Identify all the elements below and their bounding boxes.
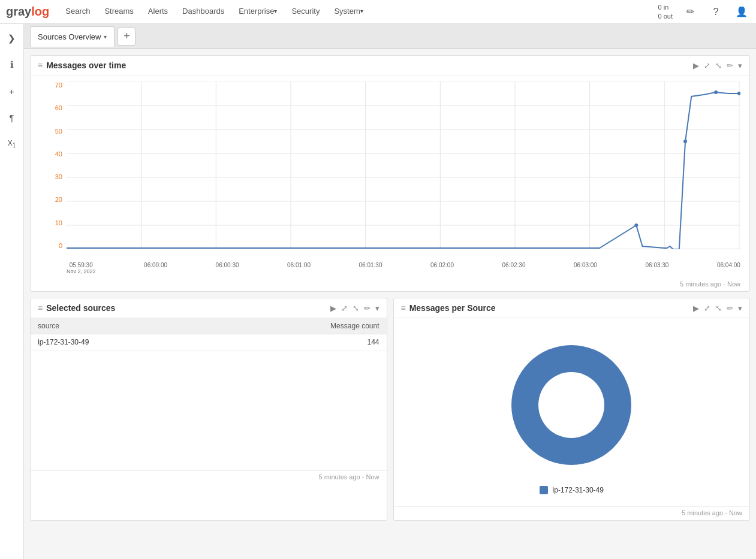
edit-icon[interactable]: ✏	[682, 4, 698, 20]
legend-label-0: ip-172-31-30-49	[553, 486, 604, 494]
plus-icon: +	[9, 86, 14, 96]
edit-widget-icon[interactable]: ✏	[727, 61, 733, 70]
widget-header-pie: ≡ Messages per Source ▶ ⤢ ⤡ ✏ ▾	[394, 298, 750, 318]
edit-icon-pie[interactable]: ✏	[727, 304, 733, 313]
widget-messages-over-time: ≡ Messages over time ▶ ⤢ ⤡ ✏ ▾ 70 60	[30, 55, 750, 292]
y-label-70: 70	[35, 81, 62, 89]
tab-sources-overview[interactable]: Sources Overview ▾	[30, 26, 115, 47]
x-axis-labels: 05:59:30 Nov 2, 2022 06:00:00 06:00:30 0…	[67, 262, 740, 274]
sidebar-info[interactable]: ℹ	[2, 55, 22, 74]
expand-icon[interactable]: ⤡	[715, 61, 722, 70]
widgets-row: ≡ Selected sources ▶ ⤢ ⤡ ✏ ▾	[30, 298, 750, 521]
nav-alerts[interactable]: Alerts	[141, 0, 175, 24]
x-label-1: 06:00:00	[144, 262, 167, 274]
x-label-2: 06:00:30	[216, 262, 239, 274]
chart-line	[67, 92, 739, 249]
sidebar: ❯ ℹ + ¶ X1	[0, 24, 24, 559]
widget-actions-messages: ▶ ⤢ ⤡ ✏ ▾	[693, 61, 742, 70]
resize-icon[interactable]: ⤢	[704, 61, 710, 70]
nav-dashboards[interactable]: Dashboards	[175, 0, 231, 24]
subscript-icon: X1	[8, 139, 16, 149]
logo: graylog	[6, 5, 49, 19]
sources-table: source Message count ip-172-31-30-49 144	[31, 318, 387, 350]
y-label-0: 0	[35, 242, 62, 249]
x-label-5: 06:02:00	[430, 262, 454, 274]
y-label-60: 60	[35, 104, 62, 111]
tab-bar: Sources Overview ▾ +	[24, 24, 756, 49]
play-icon-sources[interactable]: ▶	[330, 304, 336, 313]
donut-legend: ip-172-31-30-49	[540, 486, 604, 494]
widget-title-pie: Messages per Source	[409, 303, 689, 313]
donut-area: 100% ip-172-31-30-49	[394, 318, 750, 506]
x-label-3: 06:01:00	[287, 262, 311, 274]
tab-add-button[interactable]: +	[118, 28, 135, 46]
col-source: source	[31, 318, 212, 334]
col-count: Message count	[212, 318, 386, 334]
play-icon-pie[interactable]: ▶	[693, 304, 699, 313]
expand-icon-pie[interactable]: ⤡	[715, 304, 722, 313]
widget-messages-per-source: ≡ Messages per Source ▶ ⤢ ⤡ ✏ ▾	[393, 298, 751, 521]
y-label-10: 10	[35, 219, 62, 226]
chevron-icon-pie[interactable]: ▾	[738, 304, 742, 313]
nav-streams[interactable]: Streams	[97, 0, 140, 24]
svg-point-19	[683, 140, 687, 143]
donut-percent-label: 100%	[559, 400, 584, 410]
chevron-down-icon[interactable]: ▾	[738, 61, 742, 70]
widget-menu-icon-sources: ≡	[38, 303, 43, 313]
nav-system[interactable]: System	[327, 0, 370, 24]
widgets-area: ≡ Messages over time ▶ ⤢ ⤡ ✏ ▾ 70 60	[24, 49, 756, 527]
resize-icon-pie[interactable]: ⤢	[704, 304, 710, 313]
legend-dot-0	[540, 486, 548, 494]
widget-actions-pie: ▶ ⤢ ⤡ ✏ ▾	[693, 304, 742, 313]
svg-point-18	[634, 223, 638, 227]
chart-area: 70 60 50 40 30 20 10 0	[31, 75, 749, 279]
source-name: ip-172-31-30-49	[31, 334, 212, 350]
sidebar-paragraph[interactable]: ¶	[2, 108, 22, 127]
x-label-9: 06:04:00	[717, 262, 740, 274]
x-label-6: 06:02:30	[502, 262, 526, 274]
logo-log: log	[31, 5, 49, 19]
sidebar-add[interactable]: +	[2, 81, 22, 101]
tab-label: Sources Overview	[38, 32, 101, 41]
line-chart-svg	[67, 81, 740, 249]
chart-footer-messages: 5 minutes ago - Now	[31, 279, 749, 291]
widget-footer-sources: 5 minutes ago - Now	[31, 470, 387, 484]
logo-gray: gray	[6, 5, 31, 19]
nav-security[interactable]: Security	[284, 0, 327, 24]
sidebar-subscript[interactable]: X1	[2, 134, 22, 153]
widget-title-messages: Messages over time	[46, 61, 689, 70]
sidebar-chevron[interactable]: ❯	[2, 29, 22, 48]
tab-dropdown-icon: ▾	[104, 34, 107, 40]
nav-counter: 0 in 0 out	[658, 3, 673, 20]
x-label-4: 06:01:30	[359, 262, 382, 274]
widget-menu-icon: ≡	[38, 61, 43, 70]
table-row: ip-172-31-30-49 144	[31, 334, 387, 350]
x-label-7: 06:03:00	[574, 262, 597, 274]
x-label-8: 06:03:30	[645, 262, 668, 274]
y-axis-labels: 70 60 50 40 30 20 10 0	[35, 81, 62, 249]
edit-icon-sources[interactable]: ✏	[364, 304, 371, 313]
x-label-0: 05:59:30 Nov 2, 2022	[67, 262, 96, 274]
layout: ❯ ℹ + ¶ X1 Sources Overview ▾ +	[0, 24, 756, 559]
y-label-20: 20	[35, 196, 62, 203]
widget-title-sources: Selected sources	[46, 303, 326, 313]
source-count: 144	[212, 334, 386, 350]
widget-menu-icon-pie: ≡	[401, 303, 406, 313]
help-icon[interactable]: ?	[707, 4, 724, 20]
y-label-30: 30	[35, 173, 62, 180]
navbar: graylog Search Streams Alerts Dashboards…	[0, 0, 756, 24]
svg-point-21	[737, 92, 740, 95]
navbar-nav: Search Streams Alerts Dashboards Enterpr…	[58, 0, 658, 24]
play-icon[interactable]: ▶	[693, 61, 699, 70]
donut-chart-svg: 100%	[496, 330, 646, 480]
info-icon: ℹ	[10, 59, 14, 70]
nav-enterprise[interactable]: Enterprise	[231, 0, 284, 24]
svg-point-20	[714, 90, 718, 94]
expand-icon-sources[interactable]: ⤡	[353, 304, 359, 313]
nav-search[interactable]: Search	[58, 0, 97, 24]
y-label-50: 50	[35, 128, 62, 135]
widget-actions-sources: ▶ ⤢ ⤡ ✏ ▾	[330, 304, 379, 313]
chevron-icon-sources[interactable]: ▾	[375, 304, 379, 313]
resize-icon-sources[interactable]: ⤢	[341, 304, 348, 313]
user-icon[interactable]: 👤	[733, 4, 750, 20]
